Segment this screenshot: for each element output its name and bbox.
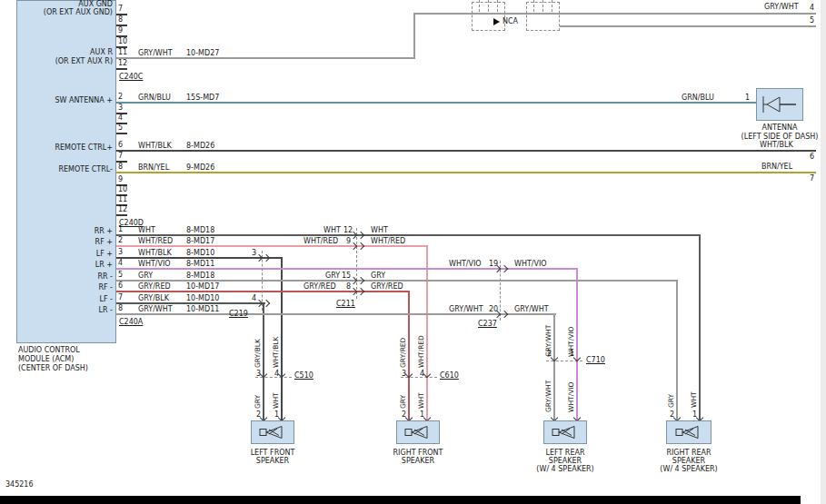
pin-number: 4 [118,114,123,122]
wire-color-label: GRN/BLU [682,94,714,102]
module-pin-label: AUX GND [18,0,113,8]
connector-label: C710 [586,356,605,364]
wire-color-label-vertical: WHT/RED [418,335,425,368]
module-pin-label: AUX R [18,48,113,56]
connector-chevron-icon [357,288,364,295]
option-wire-stub [488,0,489,12]
pin-number: 7 [810,174,814,183]
inline-connector-c510 [255,377,292,378]
connector-chevron-icon [263,254,270,262]
connector-label: C240A [119,318,143,326]
wire-color-label-vertical: WHT [418,392,425,409]
wire-color-label: GRY/WHT [449,305,483,313]
wire-circuit-label: 8-MD10 [186,249,214,257]
wire-lr-plus [116,268,501,270]
speaker-label: LEFT REAR [524,449,606,457]
pin-number: 6 [118,282,123,290]
wire-circuit-label: 8-MD18 [186,272,214,280]
option-wire-stub [552,0,552,12]
wire-color-label-vertical: GRY [400,395,407,409]
module-pin-label: RR - [18,272,113,281]
wire-color-label: GRY/WHT [138,305,173,313]
nca-label: NCA [503,17,518,25]
speaker-label: SPEAKER [648,457,730,465]
wire-color-label: GRY/RED [138,282,171,291]
wire-circuit-label: 8-MD11 [186,260,214,268]
wire-circuit-label: 8-MD26 [186,142,214,150]
wire-lr-plus [576,268,578,420]
pin-number: 7 [118,293,123,301]
wire-color-label: WHT/VIO [449,260,482,268]
pin-number: 5 [118,124,123,132]
wire-lr-plus [500,268,578,270]
pin-number: 4 [118,259,123,267]
pin-number: 15 [342,272,351,280]
wire-color-label-vertical: GRY/WHT [545,380,552,412]
wire-circuit-label: 10-MD11 [186,305,219,313]
wire-rr-minus [116,280,356,282]
connector-chevron-icon [357,242,364,250]
module-pin-label: RF - [18,283,113,292]
wire-color-label: GRY/RED [371,282,403,291]
wire-color-label: WHT/BLK [138,249,172,257]
pin-number: 7 [118,5,123,13]
option-wire-stub [533,0,534,12]
speaker-label: LEFT FRONT [232,449,313,457]
wire-circuit-label: 15S-MD7 [186,94,219,102]
pin-number: 10 [118,37,127,45]
connector-chevron-icon [357,232,364,239]
wire-color-label: WHT [138,226,155,234]
module-pin-label: LF - [18,295,113,303]
wire-color-label: WHT/RED [138,237,173,245]
wire-circuit-label: 8-MD17 [186,237,214,245]
wire-lf-plus [116,257,263,259]
antenna-label: ANTENNA [756,124,803,132]
module-pin-label: RR + [18,227,113,235]
speaker-label: (W/ 4 SPEAKER) [648,465,730,473]
wire-color-label-vertical: WHT [273,392,280,409]
wire-rr-minus [356,280,678,282]
pin-number: 6 [810,153,814,161]
module-title: (CENTER OF DASH) [18,364,88,372]
speaker-label: RIGHT REAR [648,449,730,457]
antenna-icon [760,93,800,116]
module-pin-label: REMOTE CTRL+ [18,143,113,152]
option-wire-stub [497,0,498,12]
wire-color-label: GRY/WHT [138,49,173,57]
connector-label: C237 [478,320,497,328]
wire-circuit-label: 10-MD10 [186,294,219,302]
wire-color-label: WHT [371,226,388,234]
wire-aux [116,57,414,59]
wire-lf-minus [263,302,264,420]
pin-number: 7 [118,152,123,160]
pin-number: 8 [118,163,123,171]
wire-color-label: BRN/YEL [138,163,169,172]
wire-rf-plus [356,245,428,247]
pin-number: 3 [118,248,123,256]
pin-stub [116,214,127,216]
pin-number: 9 [118,26,123,35]
wire-rf-plus [116,245,356,247]
pin-number: 2 [118,93,123,101]
diagram-number: 345216 [5,480,34,489]
connector-label: C510 [294,371,313,380]
nca-arrow-icon [493,18,500,25]
pin-number: 10 [118,185,127,193]
wire-color-label: GRY/WHT [764,3,799,11]
wire-color-label: GRY [371,272,385,280]
wire-remote-minus [116,172,816,173]
wire-color-label: GRY/RED [304,282,336,291]
wire-lr-minus [116,313,501,315]
module-pin-label: SW ANTENNA + [18,96,113,104]
speaker-label: RIGHT FRONT [377,449,459,457]
wire-color-label: BRN/YEL [761,163,792,171]
pin-number: 2 [118,236,123,244]
wire-color-label-vertical: WHT/BLK [273,337,280,368]
wire-rr-plus [699,234,701,420]
speaker-label: (W/ 4 SPEAKER) [524,465,606,473]
wire-circuit-label: 10-MD27 [186,49,219,57]
connector-chevron-icon [357,277,364,284]
wire-rr-minus [676,280,678,420]
module-pin-label: LR - [18,306,113,314]
wire-rf-minus [116,291,356,292]
